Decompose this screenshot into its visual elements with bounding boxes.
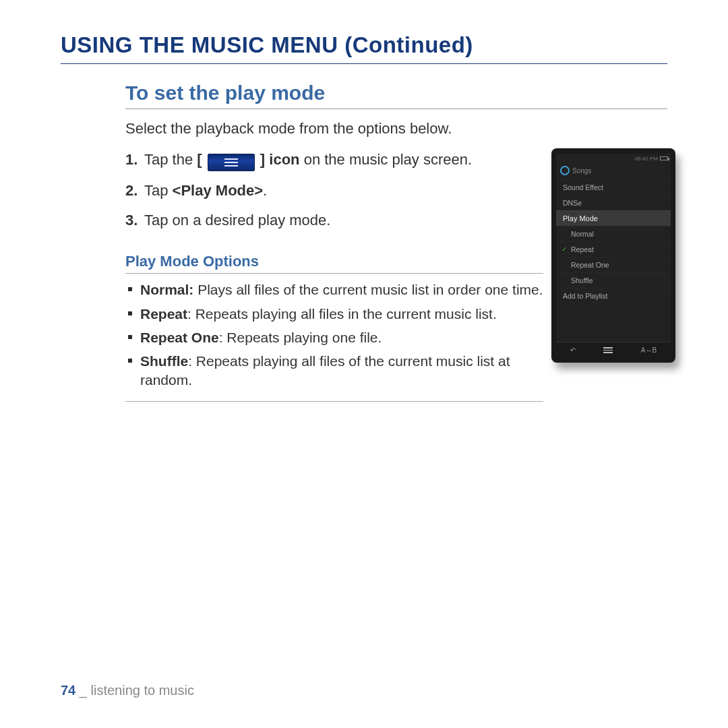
page-title: USING THE MUSIC MENU (Continued) (61, 32, 667, 64)
step-1-iconword: icon (265, 151, 299, 168)
nav-menu-icon[interactable] (603, 347, 613, 353)
step-1-post: on the music play screen. (300, 151, 473, 168)
footer-sep: _ (75, 683, 90, 698)
option-repeat-one: Repeat One: Repeats playing one file. (125, 328, 543, 346)
step-1-bracket-open: [ (197, 151, 202, 168)
option-term: Shuffle (140, 353, 188, 369)
menu-row-add-playlist[interactable]: Add to Playlist (556, 288, 671, 303)
device-screenshot: 06:42 PM Songs Sound Effect DNSe Play Mo… (551, 148, 675, 363)
steps-list: Tap the [ ] icon on the music play scree… (125, 150, 543, 230)
step-2-post: . (263, 182, 267, 199)
svg-rect-2 (224, 165, 238, 166)
app-logo-icon (560, 166, 570, 175)
option-repeat: Repeat: Repeats playing all files in the… (125, 305, 543, 323)
step-2: Tap <Play Mode>. (125, 181, 543, 201)
menu-row-play-mode[interactable]: Play Mode (556, 210, 671, 226)
menu-icon (208, 154, 255, 171)
status-time: 06:42 PM (635, 156, 658, 162)
step-2-pre: Tap (144, 182, 173, 199)
battery-icon (660, 156, 668, 160)
step-3: Tap on a desired play mode. (125, 210, 543, 231)
menu-row-repeat[interactable]: Repeat (556, 241, 671, 257)
option-desc: : Repeats playing all files in the curre… (187, 306, 497, 322)
option-shuffle: Shuffle: Repeats playing all files of th… (125, 352, 543, 389)
options-list: Normal: Plays all files of the current m… (125, 280, 543, 401)
menu-row-normal[interactable]: Normal (556, 226, 671, 241)
option-term: Normal: (140, 282, 193, 297)
option-desc: : Repeats playing all files of the curre… (140, 353, 510, 387)
step-1-pre: Tap the (144, 151, 197, 168)
menu-row-shuffle[interactable]: Shuffle (556, 272, 671, 288)
screen-header: Songs (556, 163, 671, 178)
svg-rect-1 (224, 162, 238, 163)
nav-back-icon[interactable]: ↶ (570, 346, 576, 354)
status-bar: 06:42 PM (556, 154, 671, 163)
option-normal: Normal: Plays all files of the current m… (125, 280, 543, 299)
page-number: 74 (61, 683, 75, 698)
option-desc: Plays all files of the current music lis… (193, 282, 543, 297)
device-navbar: ↶ A↔B (556, 342, 671, 358)
section-heading: To set the play mode (125, 82, 667, 109)
option-desc: : Repeats playing one file. (219, 330, 382, 345)
option-term: Repeat One (140, 330, 219, 345)
step-1: Tap the [ ] icon on the music play scree… (125, 150, 543, 171)
screen-title: Songs (572, 167, 591, 175)
svg-rect-0 (224, 158, 238, 160)
intro-text: Select the playback mode from the option… (125, 120, 543, 138)
menu-row-repeat-one[interactable]: Repeat One (556, 257, 671, 272)
menu-row-dnse[interactable]: DNSe (556, 195, 671, 210)
nav-ab-icon[interactable]: A↔B (641, 346, 657, 354)
options-heading: Play Mode Options (125, 253, 543, 274)
step-2-bold: <Play Mode> (173, 182, 264, 199)
footer-section: listening to music (91, 683, 194, 698)
option-term: Repeat (140, 306, 187, 322)
page-footer: 74 _ listening to music (61, 683, 194, 698)
menu-row-sound-effect[interactable]: Sound Effect (556, 179, 671, 195)
